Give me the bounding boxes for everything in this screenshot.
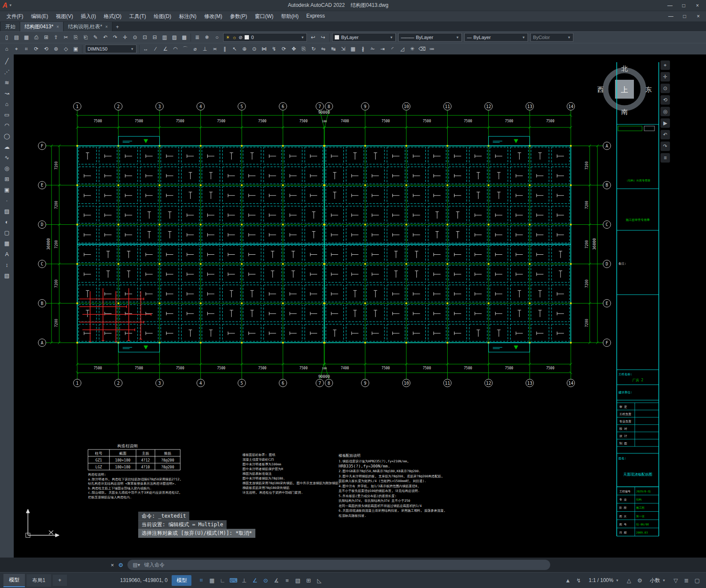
stretch-icon[interactable]: ↹ <box>328 44 338 54</box>
layer-combo[interactable]: ☀ ☼ ⊘ 0 ▼ <box>223 33 307 42</box>
dim-ordinate-icon[interactable]: ⊥ <box>200 44 210 54</box>
hatch-icon[interactable]: ▨ <box>2 206 12 216</box>
maximize-button[interactable]: □ <box>678 1 690 10</box>
plan-drawing[interactable]: 11223344556677889910101111121213131414FA… <box>14 54 706 558</box>
command-close-icon[interactable]: × <box>111 562 114 568</box>
ucs-icon[interactable]: ⌖ <box>12 44 21 54</box>
menu-item-8[interactable]: 修改(M) <box>200 12 226 21</box>
dim-baseline-icon[interactable]: ≍ <box>210 44 220 54</box>
isoplane-icon[interactable]: ◇ <box>61 44 71 54</box>
lineweight-display-icon[interactable]: ≡ <box>282 575 292 585</box>
region-icon[interactable]: ▢ <box>2 228 12 238</box>
model-space-button[interactable]: 模型 <box>172 575 191 586</box>
copy-clip-icon[interactable]: ⎘ <box>71 33 81 42</box>
osnap-settings-icon[interactable]: ⊚ <box>51 44 61 54</box>
next-view-icon[interactable]: ↷ <box>661 142 670 151</box>
zoom-realtime-icon[interactable]: ⊙ <box>130 33 140 42</box>
drawing-viewport[interactable]: 11223344556677889910101111121213131414FA… <box>14 54 706 558</box>
group-icon[interactable]: ▣ <box>71 44 81 54</box>
layer-previous-icon[interactable]: ↪ <box>318 33 328 42</box>
multiline-icon[interactable]: ≋ <box>2 78 12 87</box>
zoom-previous-icon[interactable]: ⊟ <box>150 33 160 42</box>
steering-wheel-icon[interactable]: ◎ <box>661 107 670 116</box>
center-mark-icon[interactable]: ⊙ <box>249 44 259 54</box>
polygon-icon[interactable]: ⌂ <box>2 99 12 109</box>
make-object-layer-current-icon[interactable]: ↩ <box>308 33 318 42</box>
layout1-tab[interactable]: 布局1 <box>27 574 51 587</box>
publish-icon[interactable]: ⇪ <box>51 33 61 42</box>
zoom-icon[interactable]: ⊙ <box>661 84 670 93</box>
menu-item-10[interactable]: 窗口(W) <box>251 12 277 21</box>
tab-close-icon[interactable]: × <box>105 24 108 29</box>
dim-angular-icon[interactable]: ∠ <box>161 44 170 54</box>
menu-item-2[interactable]: 视图(V) <box>52 12 77 21</box>
qnew-icon[interactable]: ▯ <box>2 33 12 42</box>
close-button[interactable]: × <box>691 1 703 10</box>
redo-icon[interactable]: ↷ <box>110 33 120 42</box>
menu-item-6[interactable]: 绘图(D) <box>150 12 175 21</box>
redraw-icon[interactable]: ⟳ <box>31 44 41 54</box>
dim-jog-icon[interactable]: ↯ <box>269 44 279 54</box>
add-layout-button[interactable]: + <box>53 575 67 586</box>
units-icon[interactable]: ⌗ <box>21 44 31 54</box>
erase-icon[interactable]: ⌫ <box>417 44 427 54</box>
dynamic-ucs-icon[interactable]: ◺ <box>314 575 324 585</box>
table-icon[interactable]: ▦ <box>2 238 12 248</box>
tab-close-icon[interactable]: × <box>56 24 59 29</box>
trim-icon[interactable]: ✁ <box>368 44 378 54</box>
circle-icon[interactable]: ◯ <box>2 131 12 141</box>
customize-icon[interactable]: ≣ <box>681 575 692 585</box>
command-customize-icon[interactable]: ⚙ <box>118 562 124 568</box>
construction-line-icon[interactable]: ⋰ <box>2 67 12 77</box>
polar-tracking-icon[interactable]: ∠ <box>249 575 260 585</box>
menu-item-1[interactable]: 编辑(E) <box>27 12 52 21</box>
array-icon[interactable]: ▦ <box>348 44 358 54</box>
arc-icon[interactable]: ◠ <box>2 121 12 130</box>
new-tab-button[interactable]: + <box>112 23 122 31</box>
units-precision-combo[interactable]: 小数 ▼ <box>647 575 669 586</box>
rectangle-icon[interactable]: ▭ <box>2 110 12 120</box>
infer-constraints-icon[interactable]: ∟ <box>217 575 228 585</box>
viewcube-icon[interactable]: ⌖ <box>661 60 670 70</box>
orbit-icon[interactable]: ⟲ <box>661 95 670 105</box>
menu-item-4[interactable]: 格式(O) <box>100 12 125 21</box>
file-tab-0[interactable]: 开始 <box>1 22 20 31</box>
undo-icon[interactable]: ↶ <box>100 33 110 42</box>
command-input[interactable]: ▤▾ 键入命令 <box>127 560 550 570</box>
layer-properties-icon[interactable]: ≣ <box>192 33 202 42</box>
match-properties-icon[interactable]: ✎ <box>91 33 100 42</box>
selection-cycling-icon[interactable]: ⊞ <box>303 575 314 585</box>
model-tab[interactable]: 模型 <box>3 574 25 587</box>
ortho-mode-icon[interactable]: ⊥ <box>239 575 249 585</box>
chamfer-icon[interactable]: ◿ <box>397 44 407 54</box>
multileader-icon[interactable]: ↖ <box>230 44 239 54</box>
cut-icon[interactable]: ✂ <box>61 33 71 42</box>
grid-display-icon[interactable]: ⌗ <box>196 575 206 585</box>
plot-preview-icon[interactable]: ⊞ <box>41 33 51 42</box>
dim-update-icon[interactable]: ⟳ <box>279 44 289 54</box>
dynamic-input-icon[interactable]: ⌨ <box>228 575 239 585</box>
dim-arc-length-icon[interactable]: ◠ <box>170 44 180 54</box>
file-tab-2[interactable]: 结构说明,柱表*× <box>64 22 112 31</box>
pan-icon[interactable]: ✛ <box>661 72 670 81</box>
clean-screen-icon[interactable]: ▢ <box>692 575 703 585</box>
dimension-icon[interactable]: ↕ <box>2 260 12 270</box>
navigation-settings-icon[interactable]: ≡ <box>661 153 670 163</box>
insert-block-icon[interactable]: ⊞ <box>2 174 12 184</box>
zoom-window-icon[interactable]: ⊡ <box>140 33 150 42</box>
autocad-logo-icon[interactable]: A <box>3 2 8 9</box>
dim-aligned-icon[interactable]: ∕ <box>151 44 161 54</box>
move-icon[interactable]: ✥ <box>289 44 299 54</box>
linetype-combo[interactable]: ——— ByLayer ▼ <box>398 33 462 42</box>
ellipse-icon[interactable]: ◎ <box>2 163 12 173</box>
paste-icon[interactable]: ⎗ <box>81 33 91 42</box>
menu-item-11[interactable]: 帮助(H) <box>277 12 303 21</box>
dim-radius-icon[interactable]: ⌒ <box>180 44 190 54</box>
mirror-icon[interactable]: ⇋ <box>318 44 328 54</box>
transparency-icon[interactable]: ▧ <box>292 575 303 585</box>
annotation-scale-combo[interactable]: 1:1 / 100% ▼ <box>586 576 622 585</box>
layer-off-icon[interactable]: ○ <box>212 33 222 42</box>
properties-icon[interactable]: ≔ <box>427 44 437 54</box>
workspace-icon[interactable]: ⌂ <box>2 44 12 54</box>
revision-cloud-icon[interactable]: ☁ <box>2 142 12 152</box>
